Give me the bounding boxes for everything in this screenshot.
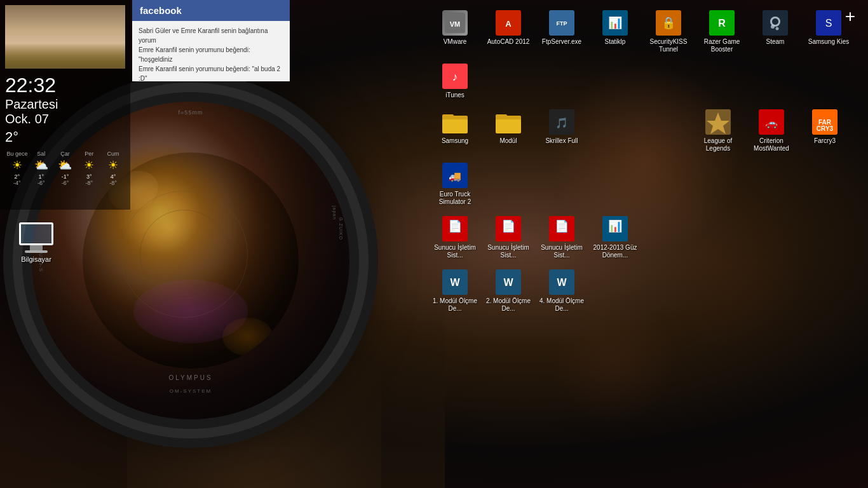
icon-razer[interactable]: R Razer Game Booster [696,6,747,57]
icon-farcry[interactable]: FAR CRY3 Farcry3 [799,105,850,149]
temp-lo-2: -6° [53,180,78,186]
modul4-image: W [549,269,574,295]
svg-text:♪: ♪ [452,71,458,83]
modul1-image: W [442,269,468,295]
icon-modul1[interactable]: W 1. Modül Ölçme De... [430,266,480,316]
icon-modul4[interactable]: W 4. Modül Ölçme De... [536,266,587,316]
weather-forecast-row: Bu gece ☀ 2° -4° Sal ⛅ 1° -6° Çar ⛅ -1° … [5,151,125,186]
weather-background-image [5,5,125,69]
sunucu1-label: Sunucu İşletim Sist... [432,244,478,259]
icon-autocad[interactable]: A AutoCAD 2012 [483,6,534,50]
svg-text:CRY3: CRY3 [817,125,834,132]
temp-hi-0: 2° [5,173,29,180]
svg-text:S: S [825,18,832,29]
temp-hi-2: -1° [53,173,78,180]
eurotruck-label: Euro Truck Simulator 2 [432,191,478,206]
clock-date: Ock. 07 [5,112,125,126]
league-label: League of Legends [695,137,741,152]
icon-ftpserver[interactable]: FTP FtpServer.exe [536,6,587,50]
svg-text:🚗: 🚗 [765,117,778,129]
temp-lo-4: -8° [101,180,125,186]
criterion-image: 🚗 [759,109,784,135]
svg-text:📊: 📊 [608,16,623,30]
criterion-label: Criterion MostWanted [749,137,794,152]
desktop-icons-area: VM VMware A AutoCAD 2012 FTP FtpServer.e… [423,0,868,323]
icon-eurotruck[interactable]: 🚚 Euro Truck Simulator 2 [430,159,480,210]
icon-doc2012[interactable]: 📊 2012-2013 Güz Dönem... [590,212,641,263]
day-label-4: Cum [101,151,125,157]
icon-criterion[interactable]: 🚗 Criterion MostWanted [746,105,797,156]
skrillex-image: 🎵 [549,109,574,135]
icons-row-3: 📄 Sunucu İşletim Sist... 📄 Sunucu İşleti… [428,211,863,264]
sunucu2-image: 📄 [496,216,521,241]
temp-hi-3: 3° [77,173,101,180]
svg-rect-23 [442,114,454,118]
svg-rect-25 [496,119,521,133]
icon-modul-folder[interactable]: Modül [483,105,534,149]
doc2012-label: 2012-2013 Güz Dönem... [592,244,638,259]
clock-day: Pazartesi [5,97,125,112]
skrillex-label: Skrillex Full [545,137,578,145]
icons-row-1: VM VMware A AutoCAD 2012 FTP FtpServer.e… [428,5,863,104]
svg-text:W: W [557,277,567,288]
icon-sunucu1[interactable]: 📄 Sunucu İşletim Sist... [430,212,480,263]
icon-sunucu2[interactable]: 📄 Sunucu İşletim Sist... [483,212,534,263]
weather-grass [5,43,125,69]
day-label-0: Bu gece [5,151,29,157]
svg-text:🎵: 🎵 [555,117,568,129]
autocad-image: A [496,10,521,36]
svg-text:📄: 📄 [448,219,463,233]
vmware-label: VMware [444,38,467,46]
icon-sunucu3[interactable]: 📄 Sunucu İşletim Sist... [536,212,587,263]
icon-samsung-folder[interactable]: Samsung [430,105,480,149]
itunes-label: iTunes [445,92,465,99]
icon-league[interactable]: League of Legends [693,105,743,156]
icon-skrillex[interactable]: 🎵 Skrillex Full [536,105,587,149]
statiklp-image: 📊 [602,10,628,36]
sunucu2-label: Sunucu İşletim Sist... [485,244,531,259]
icon-steam[interactable]: Steam [750,6,801,50]
icon-itunes[interactable]: ♪ iTunes [430,60,480,103]
svg-text:W: W [450,277,460,288]
computer-icon[interactable]: Bilgisayar [19,222,53,263]
svg-point-15 [771,25,775,29]
weather-day-0: Bu gece ☀ 2° -4° [5,151,29,186]
icon-modul2[interactable]: W 2. Modül Ölçme De... [483,266,534,316]
league-image [705,109,731,135]
razer-image: R [709,10,735,36]
clock-time: 22:32 [5,74,125,97]
temp-lo-0: -4° [5,180,29,186]
modul2-label: 2. Modül Ölçme De... [485,297,531,313]
weather-day-1: Sal ⛅ 1° -6° [29,151,53,186]
svg-text:W: W [503,277,513,288]
sunucu3-label: Sunucu İşletim Sist... [539,244,585,259]
weather-day-4: Cum ☀ 4° -8° [101,151,125,186]
temp-hi-4: 4° [101,173,125,180]
samsung-kies-image: S [816,10,841,36]
facebook-widget: facebook Sabri Güler ve Emre Karanfil se… [132,0,290,81]
icons-row-2: Samsung Modül 🎵 Skrillex Full [428,104,863,211]
steam-image [763,10,788,36]
autocad-label: AutoCAD 2012 [487,38,530,46]
icon-vmware[interactable]: VM VMware [430,6,480,50]
facebook-content: Sabri Güler ve Emre Karanfil senin bağla… [132,21,290,81]
desktop: facebook Sabri Güler ve Emre Karanfil se… [0,0,868,488]
securitykiss-image: 🔒 [656,10,681,36]
modul4-label: 4. Modül Ölçme De... [539,297,585,313]
svg-text:🔒: 🔒 [661,16,676,30]
icon-securitykiss[interactable]: 🔒 SecurityKISS Tunnel [643,6,694,57]
modul-folder-image [496,109,521,135]
farcry-label: Farcry3 [814,137,836,145]
icon-statiklp[interactable]: 📊 Statiklp [590,6,641,50]
modul1-label: 1. Modül Ölçme De... [432,297,478,313]
sunucu3-image: 📄 [549,216,574,241]
ftpserver-image: FTP [549,10,574,36]
fb-line-3: Emre Karanfil senin yorumunu beğendi: "a… [139,64,283,81]
eurotruck-image: 🚚 [442,163,468,188]
svg-text:R: R [718,18,726,29]
svg-rect-26 [496,114,507,118]
add-button[interactable]: + [845,6,855,27]
fb-line-2: Emre Karanfil senin yorumunu beğendi: "h… [139,45,283,64]
current-temperature: 2° [5,129,125,146]
fb-line-1: Sabri Güler ve Emre Karanfil senin bağla… [139,26,283,45]
